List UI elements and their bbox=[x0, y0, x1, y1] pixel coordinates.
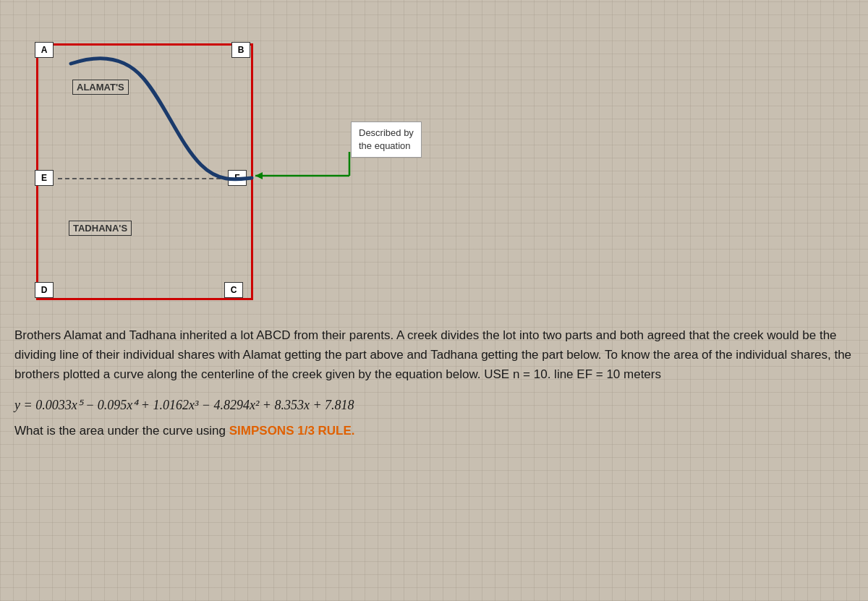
alamats-label: ALAMAT'S bbox=[72, 80, 129, 95]
described-text-line2: the equation bbox=[359, 140, 411, 151]
equation-display: y = 0.0033x⁵ − 0.095x⁴ + 1.0162x³ − 4.82… bbox=[14, 395, 854, 416]
dashed-ef-line bbox=[58, 178, 242, 179]
corner-label-A: A bbox=[35, 42, 54, 58]
lot-abcd bbox=[36, 43, 253, 300]
text-content: Brothers Alamat and Tadhana inherited a … bbox=[14, 325, 854, 447]
corner-label-E: E bbox=[35, 170, 54, 186]
diagram-area: A B D C E F ALAMAT'S TADHANA'S bbox=[22, 22, 492, 325]
main-container: A B D C E F ALAMAT'S TADHANA'S bbox=[0, 0, 868, 601]
problem-paragraph: Brothers Alamat and Tadhana inherited a … bbox=[14, 325, 854, 385]
question-text: What is the area under the curve using bbox=[14, 424, 229, 438]
described-by-box: Described by the equation bbox=[351, 122, 422, 158]
corner-label-B: B bbox=[231, 42, 250, 58]
question-line: What is the area under the curve using S… bbox=[14, 421, 854, 440]
tadhanas-label: TADHANA'S bbox=[69, 221, 132, 236]
simpsons-label: SIMPSONS 1/3 RULE. bbox=[229, 424, 355, 438]
described-text-line1: Described by bbox=[359, 127, 414, 138]
corner-label-C: C bbox=[224, 282, 243, 298]
corner-label-D: D bbox=[35, 282, 54, 298]
svg-marker-1 bbox=[255, 172, 263, 179]
